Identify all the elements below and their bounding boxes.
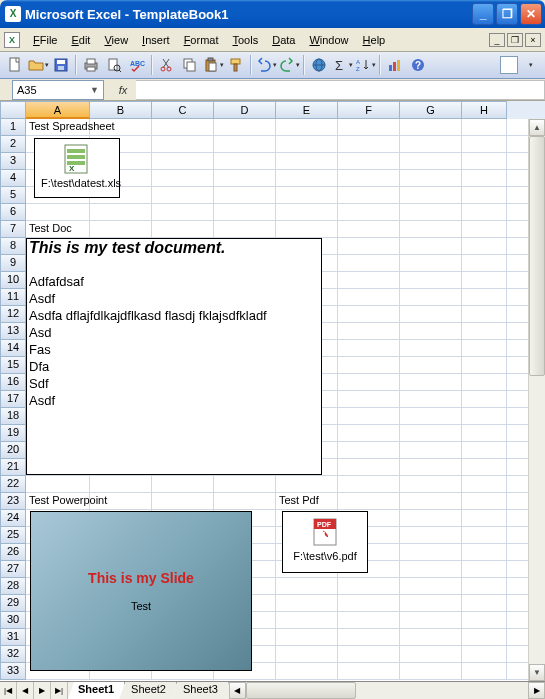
open-button[interactable] (27, 54, 49, 76)
workbook-icon[interactable]: X (4, 32, 20, 48)
scroll-left-button[interactable]: ◀ (229, 682, 246, 699)
tab-nav-next-button[interactable]: ▶ (34, 682, 51, 699)
autosum-button[interactable]: Σ (331, 54, 353, 76)
cell-A23[interactable]: Test Powerpoint (27, 493, 109, 507)
close-button[interactable]: ✕ (520, 3, 542, 25)
hyperlink-button[interactable] (308, 54, 330, 76)
row-header-33[interactable]: 33 (0, 663, 26, 680)
chart-wizard-button[interactable] (384, 54, 406, 76)
row-header-15[interactable]: 15 (0, 357, 26, 374)
copy-button[interactable] (179, 54, 201, 76)
cell-E23[interactable]: Test Pdf (277, 493, 321, 507)
minimize-button[interactable]: _ (472, 3, 494, 25)
row-header-9[interactable]: 9 (0, 255, 26, 272)
sheet-tab-1[interactable]: Sheet1 (68, 682, 125, 699)
row-header-29[interactable]: 29 (0, 595, 26, 612)
select-all-corner[interactable] (0, 101, 26, 119)
column-header-A[interactable]: A (26, 101, 90, 119)
menu-tools[interactable]: Tools (225, 32, 265, 48)
spelling-button[interactable]: ABC (126, 54, 148, 76)
print-button[interactable] (80, 54, 102, 76)
row-header-27[interactable]: 27 (0, 561, 26, 578)
menu-format[interactable]: Format (177, 32, 226, 48)
help-button[interactable]: ? (407, 54, 429, 76)
menu-file[interactable]: FFile (26, 32, 64, 48)
row-header-2[interactable]: 2 (0, 136, 26, 153)
row-header-22[interactable]: 22 (0, 476, 26, 493)
row-header-10[interactable]: 10 (0, 272, 26, 289)
hscroll-thumb[interactable] (246, 682, 356, 699)
tab-nav-last-button[interactable]: ▶| (51, 682, 68, 699)
cell-A1[interactable]: Test Spreadsheet (27, 119, 117, 133)
row-header-4[interactable]: 4 (0, 170, 26, 187)
scroll-right-button[interactable]: ▶ (528, 682, 545, 699)
tab-nav-first-button[interactable]: |◀ (0, 682, 17, 699)
row-header-5[interactable]: 5 (0, 187, 26, 204)
row-header-32[interactable]: 32 (0, 646, 26, 663)
row-header-25[interactable]: 25 (0, 527, 26, 544)
column-header-H[interactable]: H (462, 101, 507, 119)
scroll-thumb[interactable] (529, 136, 545, 376)
menu-edit[interactable]: Edit (64, 32, 97, 48)
row-header-31[interactable]: 31 (0, 629, 26, 646)
sheet-tab-2[interactable]: Sheet2 (121, 682, 177, 699)
cells-area[interactable]: Test Spreadsheet Test Doc Test Powerpoin… (26, 119, 545, 680)
row-header-12[interactable]: 12 (0, 306, 26, 323)
row-header-3[interactable]: 3 (0, 153, 26, 170)
row-header-11[interactable]: 11 (0, 289, 26, 306)
toolbar-options-button[interactable] (519, 54, 541, 76)
row-header-26[interactable]: 26 (0, 544, 26, 561)
column-header-E[interactable]: E (276, 101, 338, 119)
embedded-pdf-object[interactable]: PDF F:\test\v6.pdf (282, 511, 368, 573)
paste-button[interactable] (202, 54, 224, 76)
row-header-19[interactable]: 19 (0, 425, 26, 442)
column-header-C[interactable]: C (152, 101, 214, 119)
cell-A7[interactable]: Test Doc (27, 221, 74, 235)
scroll-up-button[interactable]: ▲ (529, 119, 545, 136)
maximize-button[interactable]: ❐ (496, 3, 518, 25)
row-header-28[interactable]: 28 (0, 578, 26, 595)
row-header-14[interactable]: 14 (0, 340, 26, 357)
format-painter-button[interactable] (225, 54, 247, 76)
sheet-tab-3[interactable]: Sheet3 (173, 682, 229, 699)
embedded-ppt-object[interactable]: This is my Slide Test (30, 511, 252, 671)
name-box[interactable]: A35 ▼ (12, 80, 104, 100)
row-header-16[interactable]: 16 (0, 374, 26, 391)
row-header-8[interactable]: 8 (0, 238, 26, 255)
embedded-doc-object[interactable]: This is my test document. Adfafdsaf Asdf… (26, 238, 322, 475)
vertical-scrollbar[interactable]: ▲ ▼ (528, 119, 545, 681)
menu-data[interactable]: Data (265, 32, 302, 48)
print-preview-button[interactable] (103, 54, 125, 76)
column-header-D[interactable]: D (214, 101, 276, 119)
horizontal-scrollbar[interactable]: ◀ ▶ (229, 682, 545, 699)
mdi-close-button[interactable]: × (525, 33, 541, 47)
column-header-G[interactable]: G (400, 101, 462, 119)
row-header-21[interactable]: 21 (0, 459, 26, 476)
name-box-dropdown-icon[interactable]: ▼ (90, 85, 99, 95)
formula-input[interactable] (136, 80, 545, 100)
undo-button[interactable] (255, 54, 277, 76)
cut-button[interactable] (156, 54, 178, 76)
menu-help[interactable]: Help (356, 32, 393, 48)
row-header-1[interactable]: 1 (0, 119, 26, 136)
sort-asc-button[interactable]: AZ (354, 54, 376, 76)
column-header-F[interactable]: F (338, 101, 400, 119)
scroll-down-button[interactable]: ▼ (529, 664, 545, 681)
row-header-17[interactable]: 17 (0, 391, 26, 408)
row-header-18[interactable]: 18 (0, 408, 26, 425)
column-header-B[interactable]: B (90, 101, 152, 119)
new-button[interactable] (4, 54, 26, 76)
tab-nav-prev-button[interactable]: ◀ (17, 682, 34, 699)
mdi-minimize-button[interactable]: _ (489, 33, 505, 47)
row-header-20[interactable]: 20 (0, 442, 26, 459)
row-header-13[interactable]: 13 (0, 323, 26, 340)
menu-view[interactable]: View (97, 32, 135, 48)
help-search-field[interactable] (500, 56, 518, 74)
row-header-6[interactable]: 6 (0, 204, 26, 221)
redo-button[interactable] (278, 54, 300, 76)
save-button[interactable] (50, 54, 72, 76)
row-header-30[interactable]: 30 (0, 612, 26, 629)
row-header-7[interactable]: 7 (0, 221, 26, 238)
row-header-23[interactable]: 23 (0, 493, 26, 510)
menu-insert[interactable]: Insert (135, 32, 177, 48)
